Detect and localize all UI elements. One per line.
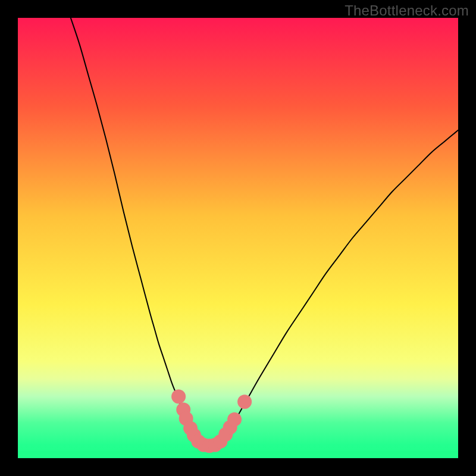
gradient-background [18,18,458,458]
plot-area [18,18,458,458]
marker-right-cluster-4 [237,394,252,409]
marker-right-cluster-3 [227,412,242,427]
chart-svg [18,18,458,458]
chart-root: TheBottleneck.com [0,0,476,476]
marker-left-cluster-0 [171,389,186,403]
watermark-text: TheBottleneck.com [345,2,469,19]
